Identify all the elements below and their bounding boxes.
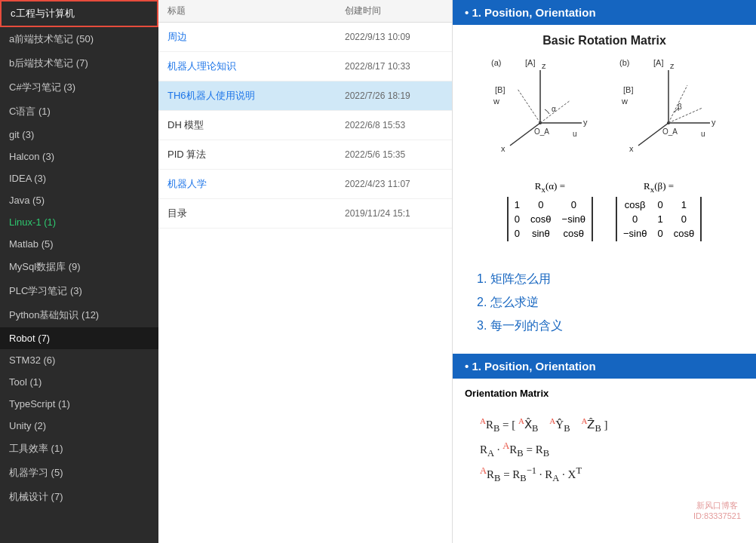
note-date: 2022/4/23 11:07: [345, 179, 443, 189]
svg-text:[B]: [B]: [623, 85, 633, 94]
svg-text:[A]: [A]: [653, 58, 663, 67]
note-item-robotics[interactable]: 机器人学 2022/4/23 11:07: [158, 170, 452, 199]
svg-text:w: w: [493, 97, 499, 106]
svg-text:z: z: [670, 61, 675, 70]
sidebar-item-matlab[interactable]: Matlab (5): [0, 233, 158, 255]
sidebar-item-halcon[interactable]: Halcon (3): [0, 146, 158, 167]
matrix-title: Basic Rotation Matrix: [465, 34, 744, 48]
header-date-col: 创建时间: [345, 5, 443, 17]
question-3: 3. 每一列的含义: [477, 318, 744, 334]
note-item-catalog[interactable]: 目录 2019/11/24 15:1: [158, 199, 452, 229]
rotation-diagram-a: (a) [A] z y x [B] w: [487, 55, 593, 168]
sidebar-item-unity[interactable]: Unity (2): [0, 415, 158, 437]
note-date: 2019/11/24 15:1: [345, 208, 443, 219]
sidebar-item-plc[interactable]: PLC学习笔记 (3): [0, 279, 158, 303]
sidebar-item-tools-efficiency[interactable]: 工具效率 (1): [0, 437, 158, 461]
note-item-th6[interactable]: TH6机器人使用说明 2022/7/26 18:19: [158, 81, 452, 111]
sidebar-item-frontend[interactable]: a前端技术笔记 (50): [0, 27, 158, 51]
header-title-col: 标题: [167, 5, 345, 17]
sidebar-item-csharp[interactable]: C#学习笔记 (3): [0, 75, 158, 100]
question-2: 2. 怎么求逆: [477, 295, 744, 311]
svg-text:[B]: [B]: [495, 85, 505, 94]
svg-text:w: w: [621, 97, 628, 106]
svg-text:u: u: [701, 130, 705, 138]
sidebar-item-python[interactable]: Python基础知识 (12): [0, 303, 158, 327]
section2-header: 1. Position, Orientation: [453, 354, 756, 379]
notes-list-header: 标题 创建时间: [158, 0, 452, 23]
section2-content: Orientation Matrix ARB = [ AX̂B AŶB AẐB …: [453, 388, 756, 502]
svg-line-11: [518, 89, 540, 123]
svg-text:α: α: [552, 105, 556, 113]
svg-text:x: x: [501, 144, 506, 153]
svg-text:[A]: [A]: [525, 58, 535, 67]
sidebar-item-robot[interactable]: Robot (7): [0, 327, 158, 349]
svg-text:z: z: [542, 61, 546, 70]
section1-content: Basic Rotation Matrix (a) [A] z y: [453, 34, 756, 265]
svg-text:x: x: [629, 144, 634, 153]
svg-text:(b): (b): [619, 58, 629, 67]
matrix-equations: Rx(α) = 100 0cosθ−sinθ 0sinθcosθ Rx(β) =…: [465, 180, 744, 241]
sidebar-item-git[interactable]: git (3): [0, 124, 158, 146]
note-title: TH6机器人使用说明: [167, 89, 345, 103]
note-date: 2022/9/13 10:09: [345, 32, 443, 42]
svg-text:y: y: [711, 118, 716, 127]
formula-ra-rb: RA · ARB = RB: [465, 440, 744, 459]
svg-text:u: u: [573, 130, 577, 138]
note-title: DH 模型: [167, 118, 345, 132]
matrix-eq-alpha: Rx(α) = 100 0cosθ−sinθ 0sinθcosθ: [507, 180, 593, 241]
svg-text:O_A: O_A: [534, 127, 549, 136]
sidebar-item-idea[interactable]: IDEA (3): [0, 167, 158, 189]
sidebar-item-tool[interactable]: Tool (1): [0, 371, 158, 393]
sidebar-item-backend[interactable]: b后端技术笔记 (7): [0, 51, 158, 75]
note-title: 机器人理论知识: [167, 60, 345, 73]
content-panel: 1. Position, Orientation Basic Rotation …: [453, 0, 756, 543]
note-item-robot-theory[interactable]: 机器人理论知识 2022/8/17 10:33: [158, 52, 452, 81]
note-date: 2022/8/17 10:33: [345, 61, 443, 72]
svg-line-28: [668, 108, 702, 123]
note-date: 2022/5/6 15:35: [345, 149, 443, 160]
sidebar-item-ml[interactable]: 机器学习 (5): [0, 461, 158, 485]
sidebar-item-linux[interactable]: Linux-1 (1): [0, 211, 158, 233]
note-item-zhoubian[interactable]: 周边 2022/9/13 10:09: [158, 23, 452, 52]
svg-text:y: y: [583, 118, 588, 127]
note-title: PID 算法: [167, 148, 345, 161]
sidebar-item-stm32[interactable]: STM32 (6): [0, 349, 158, 371]
note-date: 2022/7/26 18:19: [345, 90, 443, 101]
orientation-label: Orientation Matrix: [465, 388, 744, 399]
note-item-dh[interactable]: DH 模型 2022/6/8 15:53: [158, 111, 452, 140]
formula-rb-inverse: ARB = RB−1 · RA · XT: [465, 465, 744, 484]
note-item-pid[interactable]: PID 算法 2022/5/6 15:35: [158, 140, 452, 170]
question-1: 1. 矩阵怎么用: [477, 272, 744, 287]
sidebar-item-mysql[interactable]: MySql数据库 (9): [0, 255, 158, 279]
svg-text:(a): (a): [491, 58, 501, 67]
matrix-diagrams: (a) [A] z y x [B] w: [465, 55, 744, 168]
sidebar-item-mechanical[interactable]: 机械设计 (7): [0, 485, 158, 509]
svg-text:O_A: O_A: [662, 127, 678, 136]
sidebar-item-typescript[interactable]: TypeScript (1): [0, 393, 158, 415]
svg-text:β: β: [678, 103, 682, 111]
section1-header: 1. Position, Orientation: [453, 0, 756, 25]
rotation-diagram-b: (b) [A] z y x [B] w: [616, 55, 721, 168]
formula-rotation-matrix: ARB = [ AX̂B AŶB AẐB ]: [465, 416, 744, 434]
matrix-eq-beta: Rx(β) = cosβ01 010 −sinθ0cosθ: [616, 180, 702, 241]
sidebar: c工程与计算机 a前端技术笔记 (50) b后端技术笔记 (7) C#学习笔记 …: [0, 0, 158, 543]
sidebar-item-java[interactable]: Java (5): [0, 189, 158, 211]
question-list: 1. 矩阵怎么用 2. 怎么求逆 3. 每一列的含义: [453, 265, 756, 354]
sidebar-item-c-lang[interactable]: C语言 (1): [0, 100, 158, 124]
note-date: 2022/6/8 15:53: [345, 120, 443, 130]
notes-list-panel: 标题 创建时间 周边 2022/9/13 10:09 机器人理论知识 2022/…: [158, 0, 453, 543]
sidebar-item-c-engineering[interactable]: c工程与计算机: [0, 0, 158, 27]
note-title: 目录: [167, 207, 345, 220]
note-title: 机器人学: [167, 177, 345, 191]
note-title: 周边: [167, 30, 345, 44]
